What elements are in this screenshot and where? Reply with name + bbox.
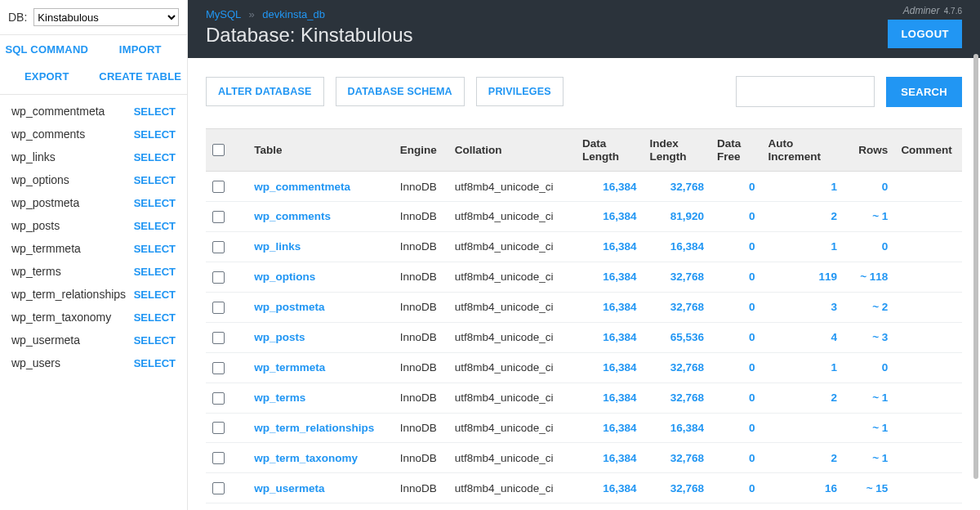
col-auto-increment[interactable]: AutoIncrement bbox=[762, 129, 844, 172]
cell-auto-increment[interactable]: 3 bbox=[762, 292, 844, 322]
sidebar-select-link[interactable]: SELECT bbox=[134, 105, 176, 118]
cell-data-length[interactable]: 16,384 bbox=[576, 382, 644, 413]
col-table[interactable]: Table bbox=[247, 129, 394, 172]
col-index-length[interactable]: IndexLength bbox=[643, 129, 710, 172]
sidebar-select-link[interactable]: SELECT bbox=[134, 174, 176, 186]
cell-index-length[interactable]: 32,768 bbox=[643, 443, 710, 473]
cell-index-length[interactable]: 32,768 bbox=[643, 262, 710, 292]
sidebar-table-name[interactable]: wp_commentmeta bbox=[11, 105, 105, 118]
cell-data-free[interactable]: 0 bbox=[710, 292, 761, 322]
row-checkbox[interactable] bbox=[212, 392, 225, 405]
cell-data-free[interactable]: 0 bbox=[710, 443, 761, 473]
cell-auto-increment[interactable] bbox=[762, 413, 844, 443]
table-name-link[interactable]: wp_comments bbox=[254, 210, 331, 222]
cell-data-free[interactable]: 0 bbox=[710, 413, 761, 443]
sidebar-select-link[interactable]: SELECT bbox=[134, 151, 176, 163]
search-input[interactable] bbox=[736, 76, 875, 107]
sidebar-table-name[interactable]: wp_terms bbox=[11, 265, 61, 278]
sidebar-select-link[interactable]: SELECT bbox=[134, 220, 176, 232]
cell-rows[interactable]: ~ 15 bbox=[844, 473, 894, 503]
cell-data-free[interactable]: 0 bbox=[710, 262, 761, 292]
cell-data-length[interactable]: 16,384 bbox=[576, 322, 644, 352]
import-link[interactable]: IMPORT bbox=[94, 43, 188, 56]
cell-rows[interactable]: 0 bbox=[844, 231, 894, 262]
cell-data-free[interactable]: 0 bbox=[710, 231, 761, 262]
sidebar-table-name[interactable]: wp_postmeta bbox=[11, 196, 79, 209]
sidebar-select-link[interactable]: SELECT bbox=[134, 197, 176, 209]
create-table-link[interactable]: CREATE TABLE bbox=[94, 70, 188, 83]
select-all-checkbox[interactable] bbox=[212, 144, 225, 156]
row-checkbox[interactable] bbox=[212, 482, 225, 494]
cell-rows[interactable]: ~ 2 bbox=[844, 292, 894, 322]
cell-data-length[interactable]: 16,384 bbox=[576, 292, 644, 322]
cell-data-free[interactable]: 0 bbox=[710, 473, 761, 503]
cell-data-length[interactable]: 16,384 bbox=[576, 352, 644, 382]
search-button[interactable]: SEARCH bbox=[886, 77, 962, 107]
table-name-link[interactable]: wp_postmeta bbox=[254, 301, 324, 313]
cell-index-length[interactable]: 32,768 bbox=[643, 473, 710, 503]
cell-data-free[interactable]: 0 bbox=[710, 201, 761, 231]
row-checkbox[interactable] bbox=[212, 452, 225, 464]
cell-data-length[interactable]: 16,384 bbox=[576, 231, 644, 262]
table-name-link[interactable]: wp_posts bbox=[254, 331, 305, 343]
cell-index-length[interactable]: 32,768 bbox=[643, 382, 710, 413]
col-collation[interactable]: Collation bbox=[448, 129, 576, 172]
table-name-link[interactable]: wp_options bbox=[254, 271, 315, 283]
cell-index-length[interactable]: 65,536 bbox=[643, 322, 710, 352]
sidebar-select-link[interactable]: SELECT bbox=[134, 289, 176, 301]
col-engine[interactable]: Engine bbox=[394, 129, 448, 172]
logout-button[interactable]: LOGOUT bbox=[888, 20, 962, 48]
sidebar-select-link[interactable]: SELECT bbox=[134, 128, 176, 141]
row-checkbox[interactable] bbox=[212, 181, 225, 193]
row-checkbox[interactable] bbox=[212, 332, 225, 344]
scrollbar[interactable] bbox=[973, 54, 978, 479]
database-schema-button[interactable]: DATABASE SCHEMA bbox=[336, 77, 465, 106]
cell-rows[interactable]: ~ 1 bbox=[844, 413, 894, 443]
cell-index-length[interactable]: 32,768 bbox=[643, 172, 710, 202]
sql-command-link[interactable]: SQL COMMAND bbox=[0, 43, 94, 56]
cell-auto-increment[interactable]: 2 bbox=[762, 443, 844, 473]
sidebar-table-name[interactable]: wp_posts bbox=[11, 219, 60, 232]
cell-index-length[interactable]: 16,384 bbox=[643, 231, 710, 262]
cell-data-length[interactable]: 16,384 bbox=[576, 172, 644, 202]
sidebar-table-name[interactable]: wp_term_relationships bbox=[11, 288, 126, 301]
crumb-mysql[interactable]: MySQL bbox=[206, 8, 241, 20]
cell-auto-increment[interactable]: 16 bbox=[762, 473, 844, 503]
cell-auto-increment[interactable]: 119 bbox=[762, 262, 844, 292]
row-checkbox[interactable] bbox=[212, 241, 225, 253]
sidebar-select-link[interactable]: SELECT bbox=[134, 357, 176, 369]
col-rows[interactable]: Rows bbox=[844, 129, 894, 172]
cell-rows[interactable]: ~ 118 bbox=[844, 262, 894, 292]
cell-auto-increment[interactable]: 2 bbox=[762, 201, 844, 231]
row-checkbox[interactable] bbox=[212, 211, 225, 223]
sidebar-table-name[interactable]: wp_comments bbox=[11, 128, 85, 141]
cell-data-length[interactable]: 16,384 bbox=[576, 443, 644, 473]
cell-auto-increment[interactable]: 1 bbox=[762, 231, 844, 262]
sidebar-table-name[interactable]: wp_users bbox=[11, 356, 60, 369]
cell-rows[interactable]: 0 bbox=[844, 172, 894, 202]
cell-data-length[interactable]: 16,384 bbox=[576, 413, 644, 443]
table-name-link[interactable]: wp_usermeta bbox=[254, 482, 324, 494]
sidebar-select-link[interactable]: SELECT bbox=[134, 334, 176, 347]
sidebar-table-name[interactable]: wp_term_taxonomy bbox=[11, 311, 111, 324]
row-checkbox[interactable] bbox=[212, 302, 225, 314]
col-data-length[interactable]: DataLength bbox=[576, 129, 644, 172]
col-comment[interactable]: Comment bbox=[894, 129, 962, 172]
table-name-link[interactable]: wp_term_taxonomy bbox=[254, 452, 358, 464]
cell-rows[interactable]: ~ 1 bbox=[844, 201, 894, 231]
row-checkbox[interactable] bbox=[212, 362, 225, 374]
cell-rows[interactable]: ~ 3 bbox=[844, 322, 894, 352]
export-link[interactable]: EXPORT bbox=[0, 70, 94, 83]
cell-rows[interactable]: ~ 1 bbox=[844, 443, 894, 473]
cell-data-free[interactable]: 0 bbox=[710, 352, 761, 382]
sidebar-table-name[interactable]: wp_options bbox=[11, 173, 69, 186]
cell-auto-increment[interactable]: 1 bbox=[762, 172, 844, 202]
db-select[interactable]: Kinstabulous bbox=[33, 8, 179, 26]
table-name-link[interactable]: wp_commentmeta bbox=[254, 181, 350, 193]
crumb-db[interactable]: devkinsta_db bbox=[262, 8, 325, 20]
table-name-link[interactable]: wp_term_relationships bbox=[254, 422, 374, 434]
sidebar-select-link[interactable]: SELECT bbox=[134, 311, 176, 324]
cell-data-free[interactable]: 0 bbox=[710, 172, 761, 202]
cell-data-free[interactable]: 0 bbox=[710, 382, 761, 413]
cell-auto-increment[interactable]: 2 bbox=[762, 382, 844, 413]
